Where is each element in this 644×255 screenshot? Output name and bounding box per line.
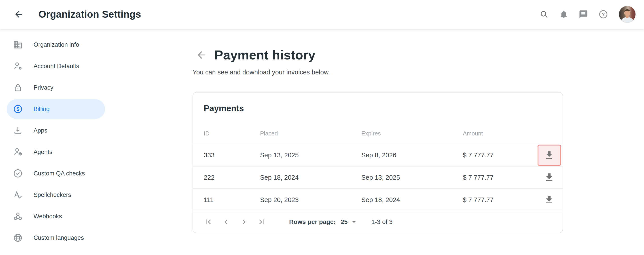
chat-button[interactable]	[579, 9, 588, 19]
sidebar-item-account-defaults[interactable]: Account Defaults	[7, 56, 105, 76]
column-header-actions	[536, 137, 562, 144]
page-subtitle: You can see and download your invoices b…	[192, 69, 644, 76]
column-header-expires: Expires	[361, 130, 463, 144]
cell-id: 111	[204, 196, 260, 204]
download-invoice-button[interactable]	[538, 189, 561, 211]
sidebar-item-label: Spellcheckers	[34, 192, 71, 199]
settings-sidebar: Organization info Account Defaults Priva…	[0, 29, 107, 255]
sidebar-item-spellcheckers[interactable]: Spellcheckers	[7, 185, 105, 205]
sidebar-item-custom-qa-checks[interactable]: Custom QA checks	[7, 164, 105, 183]
first-page-button[interactable]	[203, 217, 214, 227]
sidebar-item-label: Account Defaults	[34, 63, 79, 70]
table-header-row: ID Placed Expires Amount	[193, 113, 562, 144]
download-icon	[544, 195, 554, 205]
spellcheck-icon	[13, 190, 23, 200]
top-bar: Organization Settings ?	[0, 0, 644, 29]
sidebar-item-label: Organization info	[34, 41, 79, 48]
download-icon	[544, 150, 554, 160]
sidebar-item-label: Webhooks	[34, 213, 62, 220]
card-title: Payments	[193, 92, 562, 113]
sidebar-item-label: Billing	[34, 106, 50, 113]
rows-per-page-value: 25	[340, 218, 348, 226]
lock-icon	[13, 83, 23, 92]
column-header-placed: Placed	[260, 130, 361, 144]
cell-amount: $ 7 777.77	[463, 196, 536, 204]
cell-expires: Sep 18, 2024	[361, 196, 463, 204]
first-page-icon	[203, 217, 213, 227]
chevron-left-icon	[221, 217, 231, 227]
chevron-down-icon	[350, 218, 358, 226]
pagination-range: 1-3 of 3	[372, 218, 393, 226]
download-tray-icon	[13, 126, 23, 135]
bell-icon	[559, 9, 568, 19]
table-pagination: Rows per page: 25 1-3 of 3	[193, 211, 562, 233]
download-icon	[544, 172, 554, 183]
column-header-amount: Amount	[463, 130, 536, 144]
column-header-id: ID	[204, 130, 260, 144]
svg-text:?: ?	[602, 12, 605, 17]
chat-icon	[579, 9, 588, 19]
sidebar-item-apps[interactable]: Apps	[7, 121, 105, 140]
rows-per-page-select[interactable]: 25	[340, 218, 358, 226]
sidebar-item-label: Agents	[34, 149, 52, 156]
sidebar-item-webhooks[interactable]: Webhooks	[7, 207, 105, 226]
cell-id: 333	[204, 152, 260, 159]
webhook-icon	[13, 212, 23, 221]
app-title: Organization Settings	[38, 9, 141, 20]
rows-per-page-label: Rows per page:	[289, 218, 336, 226]
search-icon	[539, 9, 549, 19]
next-page-button[interactable]	[238, 217, 249, 227]
payments-card: Payments ID Placed Expires Amount 333 Se…	[192, 92, 563, 233]
check-circle-icon	[13, 169, 23, 178]
cell-placed: Sep 18, 2024	[260, 174, 361, 181]
cell-amount: $ 7 777.77	[463, 152, 536, 159]
sidebar-item-label: Custom languages	[34, 235, 84, 241]
notifications-button[interactable]	[559, 9, 568, 19]
arrow-left-icon	[14, 9, 24, 19]
sidebar-item-label: Custom QA checks	[34, 170, 85, 177]
arrow-left-icon	[196, 49, 207, 60]
cell-expires: Sep 8, 2026	[361, 152, 463, 159]
search-button[interactable]	[539, 9, 549, 19]
sidebar-item-privacy[interactable]: Privacy	[7, 78, 105, 97]
sidebar-item-organization-info[interactable]: Organization info	[7, 35, 105, 54]
help-icon: ?	[598, 9, 608, 19]
building-icon	[13, 40, 23, 50]
cell-placed: Sep 20, 2023	[260, 196, 361, 204]
page-back-button[interactable]	[196, 49, 207, 61]
svg-text:$: $	[16, 106, 19, 112]
page-title: Payment history	[214, 47, 315, 62]
sidebar-item-label: Apps	[34, 127, 48, 134]
cell-expires: Sep 13, 2025	[361, 174, 463, 181]
cell-placed: Sep 13, 2025	[260, 152, 361, 159]
cell-id: 222	[204, 174, 260, 181]
sidebar-item-agents[interactable]: Agents	[7, 142, 105, 162]
dollar-circle-icon: $	[13, 104, 23, 114]
table-row: 111 Sep 20, 2023 Sep 18, 2024 $ 7 777.77	[193, 188, 562, 211]
table-row: 333 Sep 13, 2025 Sep 8, 2026 $ 7 777.77	[193, 144, 562, 166]
last-page-icon	[257, 217, 267, 227]
person-cube-icon	[13, 147, 23, 157]
avatar-photo	[619, 5, 636, 23]
user-avatar[interactable]	[618, 5, 636, 23]
download-invoice-button[interactable]	[538, 145, 561, 166]
cell-amount: $ 7 777.77	[463, 174, 536, 181]
last-page-button[interactable]	[256, 217, 267, 227]
person-gear-icon	[13, 61, 23, 71]
prev-page-button[interactable]	[221, 217, 232, 227]
chevron-right-icon	[239, 217, 249, 227]
globe-icon	[13, 233, 23, 243]
table-row: 222 Sep 18, 2024 Sep 13, 2025 $ 7 777.77	[193, 166, 562, 188]
sidebar-item-label: Privacy	[34, 84, 54, 91]
topbar-actions: ?	[539, 5, 636, 23]
download-invoice-button[interactable]	[538, 167, 561, 188]
sidebar-item-custom-languages[interactable]: Custom languages	[7, 228, 105, 248]
help-button[interactable]: ?	[598, 9, 608, 19]
main-content: Payment history You can see and download…	[107, 29, 644, 255]
back-button[interactable]	[12, 8, 25, 20]
sidebar-item-billing[interactable]: $ Billing	[7, 99, 105, 119]
